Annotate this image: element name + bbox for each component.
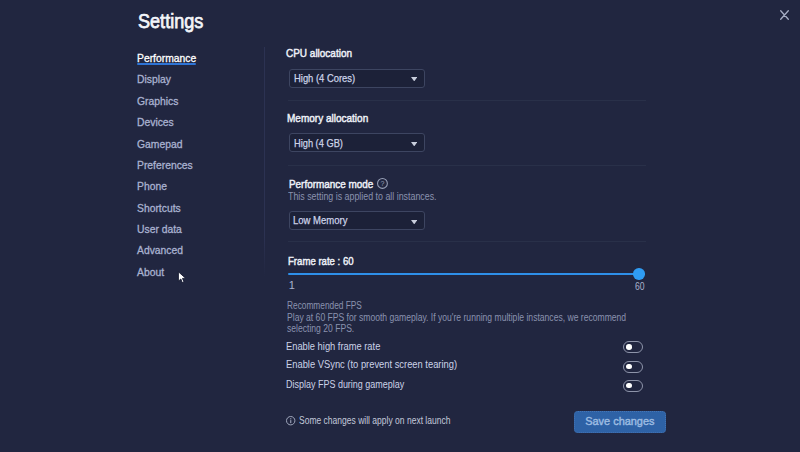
svg-text:?: ? bbox=[381, 180, 385, 187]
